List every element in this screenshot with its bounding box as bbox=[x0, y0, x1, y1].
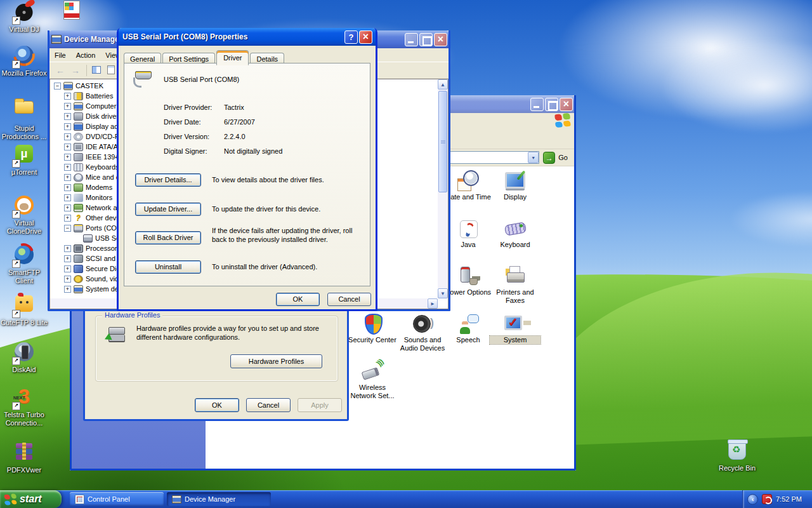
forward-arrow-icon[interactable]: → bbox=[69, 64, 82, 77]
desktop-icon-virtual-clonedrive[interactable]: Virtual CloneDrive bbox=[0, 196, 48, 236]
network-adapter-icon bbox=[74, 204, 83, 212]
tree-item-computer[interactable]: Computer bbox=[64, 101, 116, 111]
cp-icon-speech[interactable]: Speech bbox=[443, 313, 494, 344]
expand-toggle[interactable] bbox=[64, 184, 71, 191]
cancel-button[interactable]: Cancel bbox=[246, 398, 291, 412]
clock[interactable]: 7:52 PM bbox=[776, 495, 802, 503]
hardware-profiles-button[interactable]: Hardware Profiles bbox=[230, 354, 322, 368]
desktop-icon-stupid-productions[interactable]: Stupid Productions ... bbox=[0, 96, 48, 141]
maximize-button[interactable] bbox=[545, 98, 558, 111]
expand-toggle[interactable] bbox=[64, 265, 71, 272]
cp-icon-wireless[interactable]: Wireless Network Set... bbox=[347, 361, 398, 400]
desktop-icon-recycle-bin[interactable]: Recycle Bin bbox=[713, 439, 761, 472]
cp-icon-date-and-time[interactable]: Date and Time bbox=[443, 170, 494, 201]
scroll-right-button[interactable] bbox=[428, 298, 438, 309]
expand-toggle[interactable] bbox=[64, 204, 71, 211]
ok-button[interactable]: OK bbox=[195, 398, 239, 412]
close-button[interactable] bbox=[359, 30, 372, 44]
expand-toggle[interactable] bbox=[64, 286, 71, 293]
cp-icon-power-options[interactable]: Power Options bbox=[443, 265, 494, 297]
desktop-icon-utorrent[interactable]: µTorrent bbox=[0, 144, 48, 177]
tab-driver[interactable]: Driver bbox=[216, 50, 249, 65]
tree-item-modems[interactable]: Modems bbox=[64, 182, 112, 192]
expand-toggle[interactable] bbox=[64, 215, 71, 222]
expand-toggle[interactable] bbox=[64, 154, 71, 161]
desktop-icon-pdfxvwer[interactable]: PDFXVwer bbox=[0, 441, 48, 474]
expand-toggle[interactable] bbox=[64, 255, 71, 262]
cp-icon-java[interactable]: Java bbox=[443, 218, 494, 249]
go-button[interactable] bbox=[543, 152, 555, 164]
cp-icon-keyboard[interactable]: Keyboard bbox=[490, 218, 540, 249]
desktop-icon-pdf[interactable] bbox=[60, 1, 83, 24]
pdfxvwer-icon bbox=[15, 443, 33, 460]
tree-item-keyboards[interactable]: Keyboards bbox=[64, 162, 119, 172]
maximize-button[interactable] bbox=[419, 33, 433, 46]
desktop-icon-virtual-dj[interactable]: Virtual DJ bbox=[0, 2, 48, 34]
minimize-button[interactable] bbox=[530, 98, 544, 111]
collapse-toggle[interactable] bbox=[64, 225, 71, 232]
desktop-icon-firefox[interactable]: Mozilla Firefox bbox=[0, 46, 48, 77]
start-button[interactable]: start bbox=[0, 490, 62, 508]
cp-icon-label: Printers and Faxes bbox=[490, 288, 540, 305]
scrollbar-thumb[interactable] bbox=[438, 91, 447, 192]
console-tree-toggle-icon[interactable] bbox=[89, 64, 103, 77]
tree-item-disk-drives[interactable]: Disk drives bbox=[64, 111, 120, 121]
collapse-toggle[interactable] bbox=[54, 83, 61, 90]
roll-back-driver-button[interactable]: Roll Back Driver bbox=[135, 231, 201, 244]
chevron-left-icon[interactable] bbox=[747, 494, 758, 505]
uninstall-button[interactable]: Uninstall bbox=[135, 260, 201, 274]
menu-action[interactable]: Action bbox=[71, 50, 101, 61]
desktop-icon-cuteftp[interactable]: CuteFTP 8 Lite bbox=[0, 293, 48, 327]
usb-dialog-titlebar[interactable]: USB Serial Port (COM8) Properties bbox=[119, 28, 376, 46]
cancel-button[interactable]: Cancel bbox=[327, 293, 371, 306]
desktop-icon-smartftp[interactable]: SmartFTP Client bbox=[0, 245, 48, 285]
desktop-icon-diskaid[interactable]: DiskAid bbox=[0, 342, 48, 374]
expand-toggle[interactable] bbox=[64, 93, 71, 100]
chevron-down-icon[interactable] bbox=[528, 152, 539, 163]
cp-icon-printers[interactable]: Printers and Faxes bbox=[490, 265, 540, 305]
vertical-scrollbar[interactable] bbox=[438, 79, 448, 298]
scroll-up-button[interactable] bbox=[438, 79, 448, 90]
apply-button[interactable]: Apply bbox=[298, 398, 342, 412]
taskbar-item-device-manager[interactable]: Device Manager bbox=[167, 492, 271, 506]
expand-toggle[interactable] bbox=[64, 144, 71, 150]
back-arrow-icon[interactable]: ← bbox=[53, 64, 67, 77]
menu-file[interactable]: File bbox=[49, 50, 71, 61]
expand-toggle[interactable] bbox=[64, 103, 71, 110]
scroll-down-button[interactable] bbox=[438, 288, 448, 298]
keyboard-icon bbox=[74, 163, 83, 171]
expand-toggle[interactable] bbox=[64, 245, 71, 252]
expand-toggle[interactable] bbox=[64, 194, 71, 201]
field-label: Driver Provider: bbox=[164, 104, 212, 111]
expand-toggle[interactable] bbox=[64, 123, 71, 130]
expand-toggle[interactable] bbox=[64, 174, 71, 181]
computer-icon bbox=[63, 82, 73, 90]
cp-icon-display[interactable]: Display bbox=[490, 170, 540, 201]
cp-icon-sounds[interactable]: Sounds and Audio Devices bbox=[397, 313, 448, 352]
field-value: Tactrix bbox=[224, 104, 244, 111]
computer-icon bbox=[74, 102, 83, 110]
tree-item-monitors[interactable]: Monitors bbox=[64, 192, 112, 203]
tree-item-processors[interactable]: Processors bbox=[64, 243, 121, 253]
tree-item-batteries[interactable]: Batteries bbox=[64, 91, 113, 101]
field-value: 2.2.4.0 bbox=[224, 133, 246, 140]
driver-details-button[interactable]: Driver Details... bbox=[135, 173, 201, 187]
expand-toggle[interactable] bbox=[64, 113, 71, 120]
tray-app-icon[interactable] bbox=[762, 494, 772, 504]
cp-icon-security-center[interactable]: Security Center bbox=[347, 313, 398, 344]
ok-button[interactable]: OK bbox=[276, 293, 320, 306]
expand-toggle[interactable] bbox=[64, 133, 71, 140]
close-button[interactable] bbox=[434, 33, 447, 46]
taskbar-item-control-panel[interactable]: Control Panel bbox=[70, 492, 164, 506]
expand-toggle[interactable] bbox=[64, 276, 71, 283]
expand-toggle[interactable] bbox=[64, 164, 71, 171]
update-driver-button[interactable]: Update Driver... bbox=[135, 203, 201, 216]
cp-icon-system[interactable]: System bbox=[490, 313, 540, 344]
close-button[interactable] bbox=[560, 98, 573, 111]
usb-serial-port-icon bbox=[133, 70, 152, 86]
help-button[interactable] bbox=[344, 30, 358, 44]
desktop-icon-telstra[interactable]: Telstra Turbo Connectio... bbox=[0, 387, 48, 427]
tree-item-root[interactable]: CASTEK bbox=[54, 81, 103, 91]
minimize-button[interactable] bbox=[405, 33, 418, 46]
desktop-icon-label: Stupid Productions ... bbox=[0, 124, 48, 141]
